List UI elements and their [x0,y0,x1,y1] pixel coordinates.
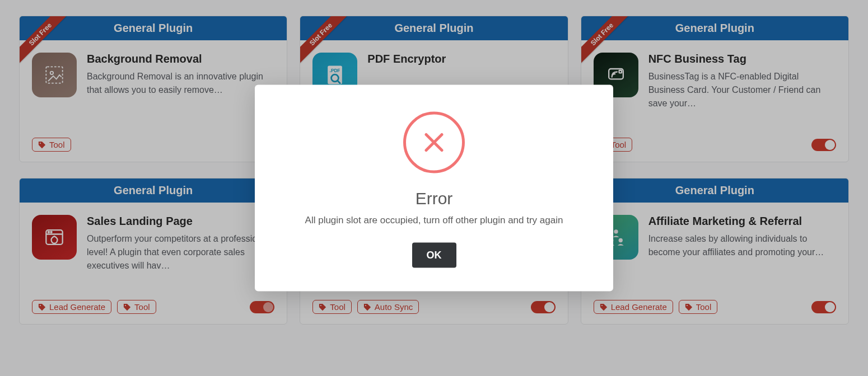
modal-message: All plugin slot are occupied, turn off o… [277,215,591,226]
modal-title: Error [277,189,591,208]
error-x-icon [403,112,465,173]
modal-ok-button[interactable]: OK [412,243,456,268]
error-modal: Error All plugin slot are occupied, turn… [255,85,613,292]
